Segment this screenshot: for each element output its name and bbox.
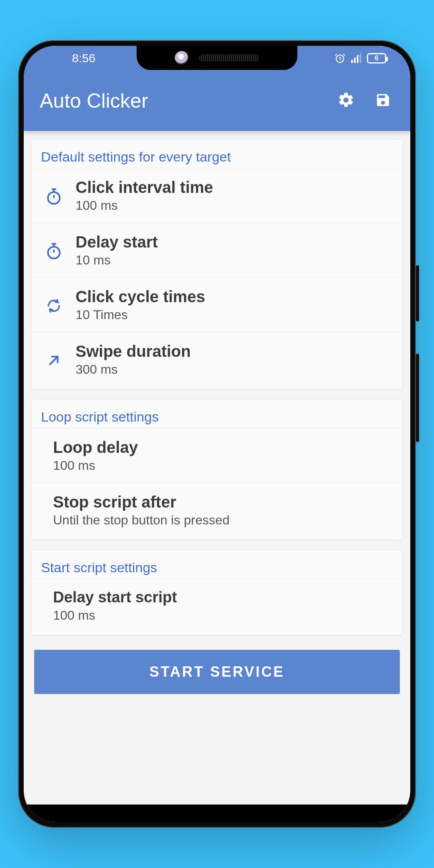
front-camera bbox=[175, 51, 188, 65]
row-loop-delay[interactable]: Loop delay 100 ms bbox=[31, 428, 403, 483]
arrow-up-right-icon bbox=[43, 351, 64, 368]
earpiece-speaker bbox=[199, 54, 259, 61]
card-start-settings: Start script settings Delay start script… bbox=[31, 550, 403, 635]
card-default-settings: Default settings for every target Click … bbox=[31, 139, 403, 389]
stopwatch-icon bbox=[43, 241, 64, 260]
row-value: 100 ms bbox=[53, 458, 395, 473]
phone-notch bbox=[137, 46, 297, 70]
row-swipe-duration[interactable]: Swipe duration 300 ms bbox=[31, 332, 403, 389]
row-delay-start-script[interactable]: Delay start script 100 ms bbox=[31, 579, 403, 635]
row-value: 100 ms bbox=[76, 198, 395, 213]
signal-icon bbox=[351, 53, 361, 63]
stopwatch-icon bbox=[43, 186, 64, 205]
row-title: Click interval time bbox=[76, 178, 395, 197]
row-title: Stop script after bbox=[53, 493, 395, 511]
row-stop-after[interactable]: Stop script after Until the stop button … bbox=[31, 483, 403, 540]
phone-frame: 8:56 6 Auto Clicker bbox=[18, 40, 416, 828]
save-icon bbox=[375, 92, 391, 110]
row-value: 10 Times bbox=[76, 307, 395, 322]
row-click-interval[interactable]: Click interval time 100 ms bbox=[31, 168, 403, 223]
content-scroll[interactable]: Default settings for every target Click … bbox=[24, 131, 410, 805]
card-loop-settings: Loop script settings Loop delay 100 ms S… bbox=[31, 399, 403, 540]
section-header-defaults: Default settings for every target bbox=[31, 147, 403, 168]
row-title: Delay start script bbox=[53, 589, 395, 606]
battery-icon: 6 bbox=[367, 53, 386, 63]
section-header-start: Start script settings bbox=[31, 557, 403, 579]
settings-button[interactable] bbox=[336, 91, 356, 111]
row-value: 300 ms bbox=[76, 362, 395, 377]
app-title: Auto Clicker bbox=[40, 89, 336, 113]
svg-point-1 bbox=[48, 192, 59, 204]
app-bar: Auto Clicker bbox=[24, 71, 410, 131]
row-value: Until the stop button is pressed bbox=[53, 513, 395, 528]
footer: START SERVICE bbox=[31, 645, 403, 694]
section-header-loop: Loop script settings bbox=[31, 407, 403, 428]
row-cycle-times[interactable]: Click cycle times 10 Times bbox=[31, 277, 403, 332]
screen: 8:56 6 Auto Clicker bbox=[24, 46, 410, 822]
android-nav-bar bbox=[24, 805, 410, 822]
row-value: 100 ms bbox=[53, 608, 395, 623]
row-title: Click cycle times bbox=[76, 287, 395, 306]
row-title: Swipe duration bbox=[76, 342, 395, 360]
row-delay-start[interactable]: Delay start 10 ms bbox=[31, 223, 403, 277]
row-title: Loop delay bbox=[53, 438, 395, 457]
status-time: 8:56 bbox=[72, 51, 95, 65]
cycle-icon bbox=[43, 296, 64, 314]
gear-icon bbox=[337, 91, 355, 111]
start-service-button[interactable]: START SERVICE bbox=[34, 650, 400, 694]
save-button[interactable] bbox=[373, 91, 393, 111]
alarm-icon bbox=[334, 53, 346, 64]
row-value: 10 ms bbox=[76, 253, 395, 268]
row-title: Delay start bbox=[76, 233, 395, 251]
